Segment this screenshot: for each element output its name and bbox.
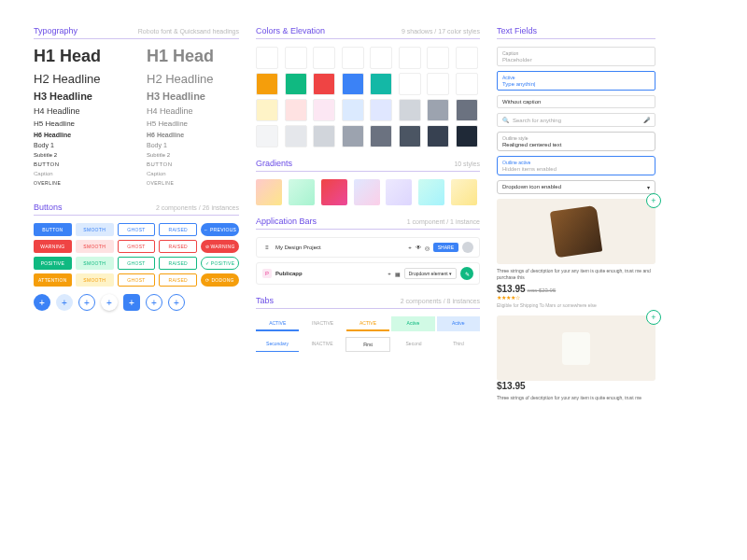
button-warning-smooth[interactable]: SMOOTH: [76, 240, 114, 253]
textfield-active[interactable]: Active Type anythin|: [497, 71, 655, 91]
tab-active-blue[interactable]: Active: [437, 316, 480, 331]
fab-primary[interactable]: +: [34, 294, 50, 311]
tab-active-orange[interactable]: ACTIVE: [346, 316, 389, 331]
fab-outline-3[interactable]: +: [168, 294, 185, 311]
menu-icon[interactable]: ≡: [262, 243, 272, 252]
color-swatch: [370, 125, 392, 147]
button-positive[interactable]: POSITIVE: [34, 257, 72, 270]
color-swatch: [342, 125, 364, 147]
color-swatch: [456, 73, 478, 95]
appbars-title: Application Bars: [256, 217, 317, 226]
add-button[interactable]: +: [646, 310, 661, 325]
add-button[interactable]: +: [646, 193, 661, 208]
color-swatch: [256, 125, 278, 147]
color-swatch: [427, 73, 449, 95]
color-swatch: [256, 73, 278, 95]
button-positive-smooth[interactable]: SMOOTH: [76, 257, 114, 270]
textfield-caption[interactable]: Caption Placeholder: [497, 47, 655, 66]
color-swatch: [456, 47, 478, 69]
button-attention-smooth[interactable]: SMOOTH: [76, 273, 114, 287]
color-swatch: [427, 47, 449, 69]
price: $13.95: [497, 381, 526, 391]
target-icon[interactable]: ◎: [425, 245, 430, 251]
tab-secondary[interactable]: Secondary: [256, 337, 299, 352]
color-swatch: [285, 73, 307, 95]
button-warning-ghost[interactable]: GHOST: [118, 240, 156, 253]
fab-elevated[interactable]: +: [101, 294, 118, 311]
tab-third[interactable]: Third: [437, 337, 480, 352]
button-positive-ghost[interactable]: GHOST: [118, 257, 156, 270]
product-image: [497, 315, 655, 381]
button-attention-raised[interactable]: RAISED: [159, 273, 197, 287]
gradient-swatch: [321, 179, 347, 205]
overline-sample: OVERLINE: [34, 180, 126, 186]
gradient-swatch: [289, 179, 315, 205]
button-smooth[interactable]: SMOOTH: [76, 223, 114, 236]
textfield-nocaption[interactable]: Without caption: [497, 95, 655, 108]
overline-sample-alt: OVERLINE: [147, 180, 239, 186]
fab-square[interactable]: +: [123, 294, 140, 311]
mic-icon[interactable]: 🎤: [643, 117, 650, 123]
gradient-swatch: [386, 179, 412, 205]
fab-outline[interactable]: +: [78, 294, 95, 311]
textfield-search[interactable]: 🔍 Search for anything 🎤: [497, 113, 655, 127]
color-swatch: [256, 47, 278, 69]
tab-active-green[interactable]: Active: [391, 316, 434, 331]
textfield-dropdown[interactable]: Dropdown icon enabled▾: [497, 180, 655, 194]
color-swatch: [399, 125, 421, 147]
color-swatch: [285, 125, 307, 147]
plus-icon[interactable]: +: [408, 245, 412, 250]
h6-sample-alt: H6 Headline: [147, 132, 239, 138]
color-swatch: [370, 99, 392, 121]
appbars-sub: 1 component / 1 instance: [407, 218, 480, 225]
button-attention-ghost[interactable]: GHOST: [118, 273, 156, 287]
edit-fab[interactable]: ✎: [460, 267, 473, 280]
tab-inactive[interactable]: INACTIVE: [301, 316, 344, 331]
product-desc: Three strings of description for your an…: [497, 395, 655, 401]
color-swatch: [370, 73, 392, 95]
button-primary[interactable]: BUTTON: [34, 223, 72, 236]
h3-sample: H3 Headline: [34, 91, 126, 102]
body1-sample: Body 1: [34, 142, 126, 148]
color-swatch: [399, 99, 421, 121]
colors-sub: 9 shadows / 17 color styles: [402, 28, 480, 35]
eye-icon[interactable]: 👁: [416, 245, 421, 250]
textfield-outline[interactable]: Outline style Realigned centered text: [497, 132, 655, 151]
button-positive-icon[interactable]: ✓ POSITIVE: [201, 257, 239, 270]
textfield-outline-active[interactable]: Outline active Hidden items enabled: [497, 156, 655, 175]
color-swatch: [313, 99, 335, 121]
button-dodong[interactable]: ⟳ DODONG: [201, 273, 239, 287]
shipping-info: Eligible for Shipping To Mars or somewhe…: [497, 302, 655, 308]
share-button[interactable]: SHARE: [433, 243, 458, 252]
product-image: [497, 199, 655, 264]
h4-sample: H4 Headline: [34, 106, 126, 116]
button-raised[interactable]: RAISED: [159, 223, 197, 236]
button-warning[interactable]: WARNING: [34, 240, 72, 253]
tab-inactive-2[interactable]: INACTIVE: [301, 337, 344, 352]
button-previous[interactable]: ← PREVIOUS: [201, 223, 239, 236]
plus-icon[interactable]: +: [388, 271, 391, 276]
grid-icon[interactable]: ▦: [395, 271, 401, 277]
tab-first[interactable]: First: [345, 337, 390, 352]
color-swatch: [342, 73, 364, 95]
fab-outline-2[interactable]: +: [146, 294, 162, 311]
gradient-swatch: [256, 179, 282, 205]
button-text-sample: BUTTON: [34, 161, 126, 167]
avatar[interactable]: [462, 242, 473, 253]
button-positive-raised[interactable]: RAISED: [159, 257, 197, 270]
button-attention[interactable]: ATTENTION: [34, 273, 72, 287]
app-name: Publicapp: [275, 271, 384, 276]
subtitle2-sample-alt: Subtitle 2: [147, 152, 239, 158]
subtitle2-sample: Subtitle 2: [34, 152, 126, 158]
tab-active[interactable]: ACTIVE: [256, 316, 299, 331]
button-warning-icon[interactable]: ⊘ WARNING: [201, 240, 239, 253]
tab-second[interactable]: Second: [392, 337, 435, 352]
dropdown[interactable]: Dropdown element ▾: [404, 268, 457, 279]
fab-light[interactable]: +: [56, 294, 73, 311]
typography-title: Typography: [34, 26, 78, 35]
button-ghost[interactable]: GHOST: [118, 223, 156, 236]
search-icon: 🔍: [502, 117, 509, 123]
button-warning-raised[interactable]: RAISED: [159, 240, 197, 253]
caption-sample: Caption: [34, 171, 126, 176]
color-swatch: [285, 47, 307, 69]
